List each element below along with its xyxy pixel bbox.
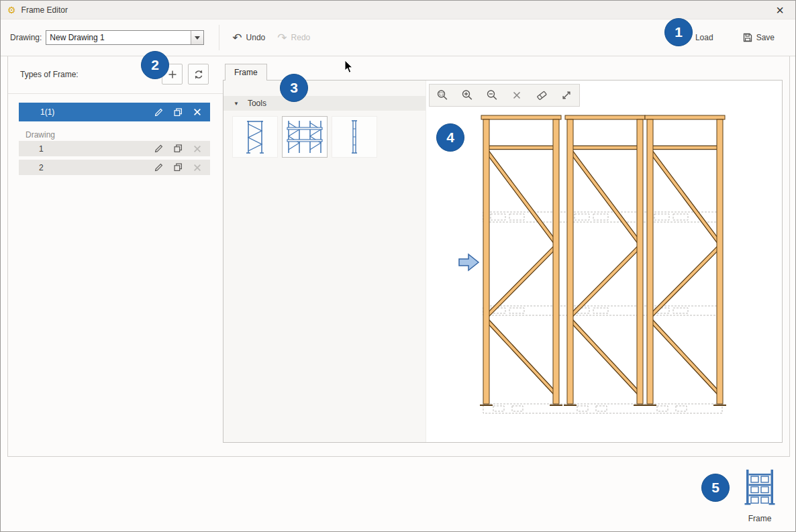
undo-label: Undo: [246, 33, 266, 42]
undo-icon: ↶: [232, 32, 242, 44]
drawing-item-1[interactable]: 1: [19, 141, 210, 156]
undo-button[interactable]: ↶ Undo: [226, 28, 271, 48]
drawing-select[interactable]: New Drawing 1: [46, 30, 204, 45]
frame-end-view-icon: [243, 119, 267, 154]
panel-divider: [8, 93, 223, 94]
drawing-item-2[interactable]: 2: [19, 160, 210, 175]
redo-label: Redo: [291, 33, 311, 42]
duplicate-icon[interactable]: [173, 107, 183, 117]
rack-frame-2[interactable]: [564, 115, 646, 405]
save-icon: [743, 33, 752, 42]
delete-icon[interactable]: [193, 107, 202, 117]
drawing-item-label: 1: [39, 144, 44, 154]
load-label: Load: [695, 33, 713, 42]
drawing-select-arrow-button[interactable]: [191, 31, 203, 44]
delete-selection-button[interactable]: [510, 89, 524, 102]
tools-strip: ▼ Tools: [223, 81, 426, 442]
frame-tool[interactable]: Frame: [742, 469, 777, 523]
mouse-cursor-icon: [344, 60, 354, 76]
redo-icon: ↷: [277, 32, 287, 44]
chevron-down-icon: [195, 36, 200, 40]
callout-2: 2: [141, 51, 169, 79]
tool-frame-bay-view[interactable]: [282, 116, 328, 158]
duplicate-icon[interactable]: [173, 144, 183, 154]
types-of-frame-header: Types of Frame:: [20, 70, 79, 79]
drawing-item-actions: [154, 144, 202, 154]
window-title: Frame Editor: [21, 5, 68, 15]
drawing-item-label: 2: [39, 163, 44, 172]
tool-single-post[interactable]: [332, 116, 377, 158]
frame-rack-icon: [744, 469, 775, 507]
refresh-icon: [193, 69, 204, 80]
refresh-button[interactable]: [188, 64, 209, 85]
callout-1: 1: [664, 18, 693, 46]
delete-icon-disabled[interactable]: [193, 163, 202, 172]
canvas-toolbar: [429, 84, 580, 107]
frame-editor-window: ⚙ Frame Editor × Drawing: New Drawing 1 …: [0, 0, 796, 532]
zoom-window-button[interactable]: [436, 89, 449, 102]
drawing-group-label: Drawing: [26, 130, 55, 140]
type-item-actions: [154, 107, 202, 117]
main-area: Frame ▼ Tools: [223, 56, 789, 456]
save-label: Save: [756, 33, 775, 42]
tool-frame-end-view[interactable]: [232, 116, 278, 158]
insert-arrow-icon: [459, 254, 479, 270]
eraser-button[interactable]: [535, 89, 548, 102]
delete-icon-disabled[interactable]: [193, 144, 202, 154]
tool-thumbnails: [232, 116, 377, 158]
plus-icon: [168, 70, 177, 79]
single-post-icon: [350, 119, 359, 154]
zoom-in-button[interactable]: [460, 89, 474, 102]
titlebar: ⚙ Frame Editor ×: [1, 1, 795, 19]
tab-frame[interactable]: Frame: [225, 64, 267, 81]
frame-bay-view-icon: [286, 119, 324, 154]
tools-group-label: Tools: [248, 99, 266, 108]
redo-button[interactable]: ↷ Redo: [271, 28, 316, 48]
drawing-select-value: New Drawing 1: [46, 33, 191, 42]
frame-drawing: [426, 81, 782, 442]
zoom-out-button[interactable]: [485, 89, 499, 102]
close-icon[interactable]: ×: [771, 2, 789, 18]
callout-5: 5: [701, 474, 730, 502]
app-gear-icon: ⚙: [7, 5, 16, 15]
callout-3: 3: [280, 74, 308, 102]
drawing-canvas[interactable]: [426, 81, 782, 442]
drawing-label: Drawing:: [10, 33, 42, 42]
edit-icon[interactable]: [154, 163, 163, 172]
resize-diagonal-button[interactable]: [560, 89, 573, 102]
types-of-frame-panel: Types of Frame: 1(1): [8, 56, 223, 456]
frame-tool-label: Frame: [742, 514, 777, 523]
edit-icon[interactable]: [154, 144, 163, 154]
tools-group-header[interactable]: ▼ Tools: [223, 96, 426, 111]
rack-frame-3[interactable]: [644, 115, 726, 405]
save-button[interactable]: Save: [737, 29, 781, 46]
collapse-caret-icon: ▼: [234, 101, 239, 107]
type-item-label: 1(1): [40, 107, 54, 117]
rack-frame-1[interactable]: [480, 115, 562, 405]
drawing-item-actions: [154, 163, 202, 172]
ghost-beam-levels: [483, 212, 722, 413]
toolbar-separator: [219, 25, 219, 50]
callout-4: 4: [436, 123, 464, 152]
type-item-selected[interactable]: 1(1): [19, 103, 210, 121]
duplicate-icon[interactable]: [173, 163, 183, 172]
content-area: Types of Frame: 1(1): [7, 56, 790, 457]
edit-icon[interactable]: [154, 107, 163, 117]
frame-tab-panel: ▼ Tools: [223, 80, 783, 443]
